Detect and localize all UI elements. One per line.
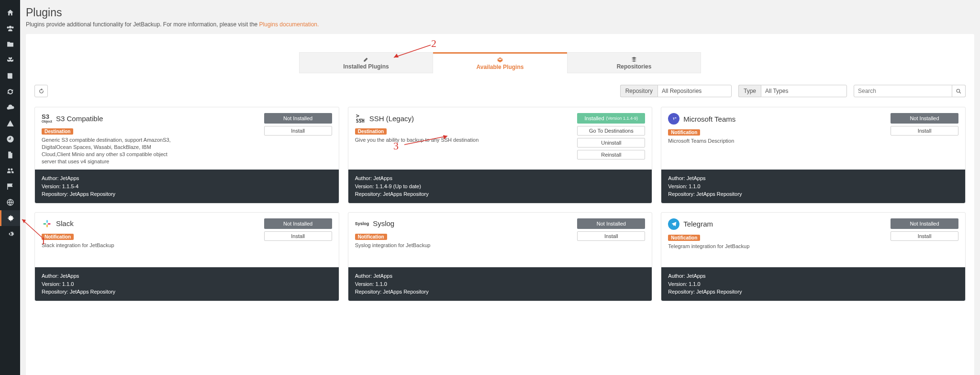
- repository-filter: Repository All Repositories: [620, 85, 732, 97]
- nav-home[interactable]: [0, 5, 20, 21]
- install-button[interactable]: Install: [264, 126, 332, 136]
- edit-icon: [362, 56, 370, 63]
- plugin-meta: Author: JetApps Version: 1.1.0 Repositor…: [35, 267, 339, 301]
- content-panel: Installed Plugins Available Plugins Repo…: [26, 34, 974, 375]
- tab-label: Installed Plugins: [343, 63, 389, 70]
- svg-rect-5: [46, 225, 48, 227]
- tab-repositories[interactable]: Repositories: [567, 52, 701, 73]
- repository-filter-label: Repository: [620, 85, 657, 97]
- tab-label: Available Plugins: [477, 64, 524, 70]
- status-badge: Not Installed: [264, 218, 332, 229]
- repository-filter-select[interactable]: All Repositories: [657, 85, 732, 97]
- nav-sync[interactable]: [0, 84, 20, 100]
- plugin-tag: Notification: [668, 129, 700, 136]
- status-badge: Not Installed: [264, 113, 332, 124]
- type-filter: Type All Types: [738, 85, 847, 97]
- plugin-title: S3 Compatible: [56, 114, 103, 123]
- install-button[interactable]: Install: [891, 231, 958, 241]
- teams-icon: [668, 113, 679, 125]
- nav-file[interactable]: [0, 147, 20, 163]
- telegram-icon: [668, 218, 679, 230]
- plugins-documentation-link[interactable]: Plugins documentation.: [259, 21, 319, 28]
- nav-clock[interactable]: [0, 131, 20, 147]
- plugin-title: Microsoft Teams: [683, 115, 735, 123]
- nav-cubes[interactable]: [0, 52, 20, 68]
- ssh-icon: >_ SSH: [355, 113, 366, 124]
- filter-row: Repository All Repositories Type All Typ…: [26, 73, 974, 101]
- page-title: Plugins: [26, 6, 974, 19]
- plugin-meta: Author: JetApps Version: 1.1.4-9 (Up to …: [348, 170, 652, 203]
- type-filter-select[interactable]: All Types: [761, 85, 847, 97]
- plugin-description: Syslog integration for JetBackup: [355, 242, 494, 249]
- nav-cloud[interactable]: [0, 100, 20, 115]
- plugin-title: Syslog: [373, 219, 394, 227]
- refresh-button[interactable]: [34, 85, 48, 97]
- plugin-description: Give you the ability to backup to any SS…: [355, 136, 494, 144]
- plugin-meta: Author: JetApps Version: 1.1.0 Repositor…: [661, 170, 965, 203]
- install-button[interactable]: Install: [891, 126, 958, 136]
- plugin-card-syslog: Syslog Syslog Notification Syslog integr…: [348, 212, 653, 301]
- tab-installed-plugins[interactable]: Installed Plugins: [299, 52, 433, 73]
- plugin-meta: Author: JetApps Version: 1.1.0 Repositor…: [661, 267, 965, 301]
- plugin-card-ssh: >_ SSH SSH (Legacy) Destination Give you…: [348, 107, 653, 204]
- slack-icon: [42, 218, 52, 229]
- plugin-tag: Destination: [355, 128, 387, 135]
- layers-icon: [630, 56, 638, 63]
- install-button[interactable]: Install: [577, 231, 645, 241]
- search-button[interactable]: [952, 85, 966, 97]
- search: [854, 85, 966, 97]
- package-icon: [496, 57, 504, 63]
- svg-rect-4: [48, 223, 51, 225]
- plugin-description: Telegram integration for JetBackup: [668, 243, 807, 250]
- uninstall-button[interactable]: Uninstall: [577, 138, 645, 148]
- nav-settings[interactable]: [0, 226, 20, 242]
- plugin-title: Telegram: [683, 220, 713, 228]
- nav-folder[interactable]: [0, 36, 20, 52]
- page-subtitle: Plugins provide additional functionality…: [26, 21, 974, 28]
- plugin-description: Generic S3 compatible destination, suppo…: [42, 136, 180, 165]
- status-badge: Not Installed: [577, 218, 645, 229]
- go-to-destinations-button[interactable]: Go To Destinations: [577, 126, 645, 136]
- page-header: Plugins Plugins provide additional funct…: [20, 0, 980, 32]
- tab-label: Repositories: [617, 63, 652, 70]
- nav-users[interactable]: [0, 21, 20, 36]
- svg-point-1: [957, 89, 960, 92]
- subtitle-text: Plugins provide additional functionality…: [26, 21, 259, 28]
- nav-flag[interactable]: [0, 179, 20, 194]
- reinstall-button[interactable]: Reinstall: [577, 150, 645, 159]
- search-icon: [956, 88, 962, 94]
- plugin-tag: Destination: [42, 128, 73, 135]
- nav-teams[interactable]: [0, 163, 20, 179]
- plugin-tag: Notification: [355, 234, 387, 240]
- nav-book[interactable]: [0, 68, 20, 84]
- nav-plugins[interactable]: [0, 210, 20, 226]
- type-filter-label: Type: [738, 85, 761, 97]
- tabs: Installed Plugins Available Plugins Repo…: [26, 34, 974, 73]
- svg-rect-3: [44, 223, 46, 225]
- plugin-card-telegram: Telegram Notification Telegram integrati…: [661, 212, 966, 301]
- status-badge: Not Installed: [891, 113, 958, 124]
- syslog-icon: Syslog: [355, 218, 369, 229]
- plugin-title: SSH (Legacy): [369, 114, 414, 123]
- install-button[interactable]: Install: [264, 231, 332, 241]
- plugin-card-teams: Microsoft Teams Notification Microsoft T…: [661, 107, 966, 204]
- plugin-tag: Notification: [668, 235, 700, 241]
- plugin-card-slack: Slack Notification Slack integration for…: [34, 212, 339, 301]
- plugin-card-s3: S3 Object S3 Compatible Destination Gene…: [34, 107, 339, 204]
- plugin-description: Microsoft Teams Description: [668, 137, 807, 145]
- plugin-meta: Author: JetApps Version: 1.1.0 Repositor…: [348, 267, 652, 301]
- nav-warning[interactable]: [0, 115, 20, 131]
- plugin-tag: Notification: [42, 234, 74, 240]
- tab-available-plugins[interactable]: Available Plugins: [433, 52, 567, 73]
- s3-icon: S3 Object: [42, 113, 52, 124]
- status-badge: Installed(Version 1.1.4-9): [577, 113, 645, 124]
- plugin-grid: S3 Object S3 Compatible Destination Gene…: [26, 101, 974, 307]
- main-content: Plugins Plugins provide additional funct…: [20, 0, 980, 375]
- refresh-icon: [38, 88, 45, 94]
- plugin-title: Slack: [56, 219, 74, 227]
- status-badge: Not Installed: [891, 218, 958, 229]
- search-input[interactable]: [854, 85, 952, 97]
- plugin-description: Slack integration for JetBackup: [42, 242, 180, 249]
- sidebar: [0, 0, 20, 375]
- nav-globe[interactable]: [0, 194, 20, 210]
